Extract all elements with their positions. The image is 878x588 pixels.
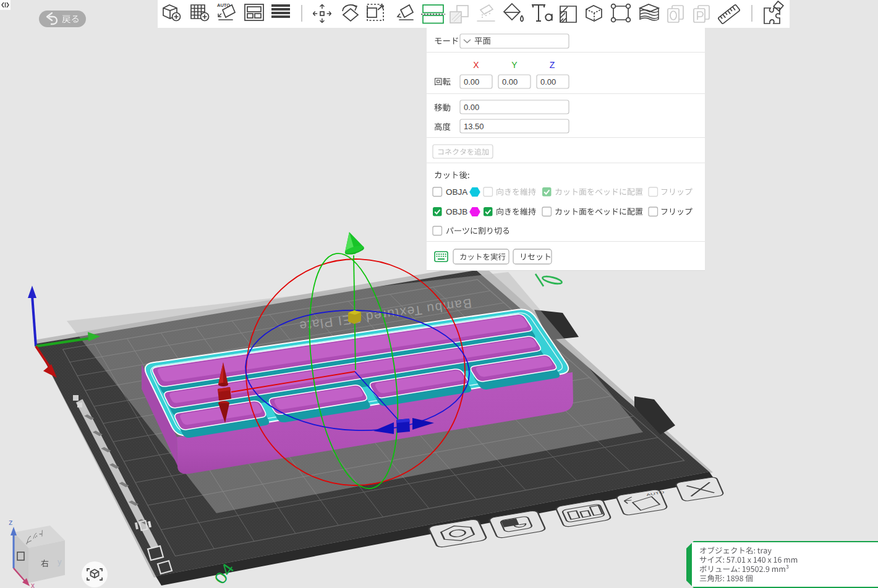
svg-text:0.00: 0.00: [464, 77, 479, 87]
svg-text:0.00: 0.00: [502, 77, 518, 87]
svg-text:13.50: 13.50: [464, 122, 484, 131]
svg-text:0.00: 0.00: [540, 77, 556, 87]
svg-text:0.00: 0.00: [464, 103, 479, 112]
svg-text:OBJB: OBJB: [446, 207, 467, 216]
svg-text:Z: Z: [550, 60, 555, 70]
svg-text:X: X: [473, 60, 479, 70]
svg-text:Y: Y: [511, 60, 518, 70]
svg-text:z: z: [9, 518, 13, 527]
svg-text:x: x: [31, 581, 35, 588]
svg-text:y: y: [58, 557, 62, 566]
svg-text:OBJA: OBJA: [446, 187, 467, 197]
svg-text:AUTO: AUTO: [217, 2, 230, 8]
